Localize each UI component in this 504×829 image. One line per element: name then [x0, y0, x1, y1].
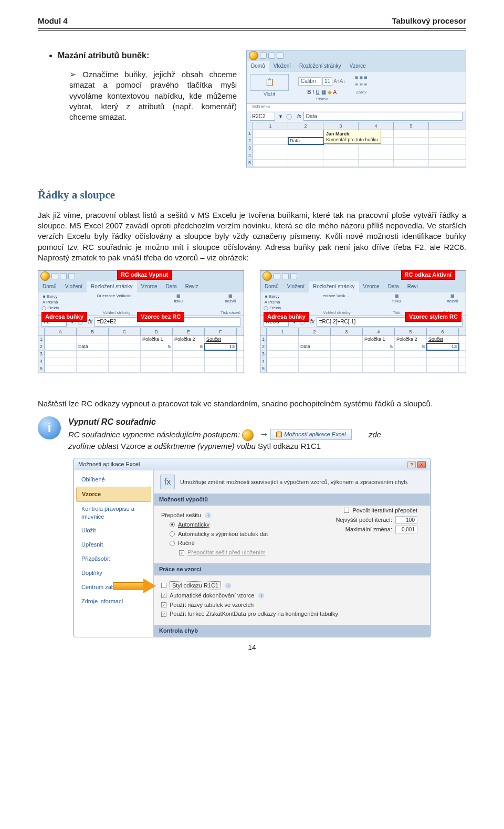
- tab-pagelayout[interactable]: Rozložení stránky: [309, 281, 359, 292]
- tab-review[interactable]: Revi: [403, 281, 422, 292]
- page-setup-icons[interactable]: Orientace Velikost …: [97, 293, 136, 309]
- themes-group-icons[interactable]: ■ BarvyA Písma◯ Efekty: [264, 293, 281, 309]
- max-change-field[interactable]: 0,001: [395, 526, 417, 534]
- side-formulas[interactable]: Vzorce: [76, 487, 151, 502]
- align-top-icons[interactable]: ≡ ≡ ≡: [355, 74, 368, 81]
- table-names-checkbox[interactable]: [161, 602, 166, 607]
- col-header[interactable]: 1: [253, 122, 288, 130]
- tab-home[interactable]: Domů: [260, 281, 283, 292]
- font-name-field[interactable]: Calibri: [298, 77, 321, 86]
- print-titles-icon[interactable]: ▦názvů: [443, 293, 463, 309]
- getpivot-checkbox[interactable]: [161, 612, 166, 617]
- col-header[interactable]: F: [205, 328, 237, 335]
- col-header[interactable]: 6: [427, 328, 459, 335]
- close-button[interactable]: ×: [417, 461, 426, 468]
- qat-save-icon[interactable]: [51, 273, 58, 279]
- tab-pagelayout[interactable]: Rozložení stránky: [87, 281, 136, 292]
- print-icon[interactable]: ▦tisku: [392, 293, 401, 309]
- office-button-icon[interactable]: [242, 429, 254, 441]
- help-button[interactable]: ?: [407, 461, 416, 468]
- office-button-icon[interactable]: [249, 51, 258, 60]
- col-header[interactable]: 2: [288, 122, 323, 130]
- annotation-formula-rc: Vzorec stylem RC: [405, 312, 461, 322]
- recalc-before-save-checkbox[interactable]: [179, 550, 184, 555]
- fx-icon[interactable]: fx: [86, 318, 94, 326]
- tab-data[interactable]: Data: [384, 281, 403, 292]
- selected-cell[interactable]: 13: [427, 343, 459, 350]
- max-iterations-field[interactable]: 100: [395, 516, 417, 524]
- fx-icon[interactable]: fx: [308, 318, 317, 326]
- recalc-auto-except-radio[interactable]: [170, 531, 175, 537]
- col-header[interactable]: D: [141, 328, 173, 335]
- qat-redo-icon[interactable]: [290, 273, 297, 279]
- col-header[interactable]: A: [45, 328, 77, 335]
- col-header[interactable]: B: [77, 328, 109, 335]
- tab-home[interactable]: Domů: [247, 61, 269, 72]
- col-header[interactable]: 4: [363, 328, 395, 335]
- underline-button[interactable]: U: [316, 89, 319, 96]
- qat-undo-icon[interactable]: [282, 273, 289, 279]
- recalc-manual-radio[interactable]: [170, 541, 175, 546]
- font-size-field[interactable]: 11: [322, 77, 332, 86]
- iterative-checkbox[interactable]: [344, 508, 349, 513]
- side-popular[interactable]: Oblíbené: [76, 473, 151, 487]
- qat-redo-icon[interactable]: [68, 273, 75, 279]
- info-tooltip-icon[interactable]: i: [258, 593, 264, 599]
- side-proofing[interactable]: Kontrola pravopisu a mluvnice: [76, 502, 151, 524]
- page-setup-icons[interactable]: entace Velik …: [323, 293, 351, 309]
- tab-formulas[interactable]: Vzorce: [345, 61, 370, 72]
- font-color-icon[interactable]: A: [333, 89, 337, 96]
- align-bottom-icons[interactable]: ≡ ≡ ≡: [355, 81, 368, 89]
- side-resources[interactable]: Zdroje informací: [76, 594, 151, 608]
- qat-save-icon[interactable]: [260, 53, 267, 59]
- print-icon[interactable]: ▦tisku: [174, 293, 182, 309]
- tab-review[interactable]: Reviz: [181, 281, 203, 292]
- tab-insert[interactable]: Vložení: [269, 61, 295, 72]
- tab-data[interactable]: Data: [162, 281, 181, 292]
- paste-icon[interactable]: 📋: [250, 74, 289, 91]
- excel-options-button[interactable]: Možnosti aplikace Excel: [270, 429, 351, 440]
- tab-formulas[interactable]: Vzorce: [359, 281, 384, 292]
- border-icon[interactable]: ▦: [321, 89, 326, 96]
- side-save[interactable]: Uložit: [76, 523, 151, 538]
- tab-home[interactable]: Domů: [38, 281, 61, 292]
- qat-save-icon[interactable]: [274, 273, 280, 279]
- tab-insert[interactable]: Vložení: [283, 281, 309, 292]
- qat-undo-icon[interactable]: [268, 53, 275, 59]
- col-header[interactable]: 4: [359, 122, 394, 130]
- col-header[interactable]: 3: [331, 328, 363, 335]
- r1c1-style-checkbox[interactable]: [161, 583, 166, 588]
- fill-color-icon[interactable]: ◆: [328, 89, 332, 96]
- col-header[interactable]: 5: [394, 122, 429, 130]
- name-box[interactable]: R2C2: [250, 112, 275, 121]
- office-button-icon[interactable]: [262, 271, 272, 281]
- italic-button[interactable]: I: [313, 89, 314, 96]
- info-tooltip-icon[interactable]: i: [225, 583, 231, 589]
- tab-formulas[interactable]: Vzorce: [137, 281, 162, 292]
- qat-redo-icon[interactable]: [277, 53, 284, 59]
- side-advanced[interactable]: Upřesnit: [76, 538, 151, 552]
- selected-cell[interactable]: Data: [288, 138, 323, 144]
- selected-cell[interactable]: 13: [205, 343, 237, 350]
- info-tooltip-icon[interactable]: i: [205, 512, 211, 518]
- col-header[interactable]: 1: [267, 328, 299, 335]
- col-header[interactable]: C: [109, 328, 141, 335]
- side-addins[interactable]: Doplňky: [76, 566, 151, 580]
- col-header[interactable]: 2: [299, 328, 331, 335]
- themes-group-icons[interactable]: ■ BarvyA Písma◯ Efekty: [41, 293, 59, 309]
- autocomplete-checkbox[interactable]: [161, 593, 166, 598]
- fx-icon[interactable]: fx: [295, 113, 303, 120]
- print-titles-icon[interactable]: ▦názvů: [220, 293, 240, 309]
- bold-button[interactable]: B: [307, 89, 311, 96]
- tab-insert[interactable]: Vložení: [61, 281, 87, 292]
- qat-undo-icon[interactable]: [60, 273, 67, 279]
- grow-font-icon[interactable]: A↑A↓: [333, 78, 345, 85]
- tab-pagelayout[interactable]: Rozložení stránky: [295, 61, 345, 72]
- formula-bar[interactable]: Data: [303, 112, 463, 121]
- office-button-icon[interactable]: [40, 271, 50, 281]
- col-header[interactable]: 5: [395, 328, 427, 335]
- col-header[interactable]: E: [173, 328, 205, 335]
- side-customize[interactable]: Přizpůsobit: [76, 552, 151, 566]
- recalc-auto-radio[interactable]: [170, 522, 175, 527]
- col-header[interactable]: 3: [323, 122, 359, 130]
